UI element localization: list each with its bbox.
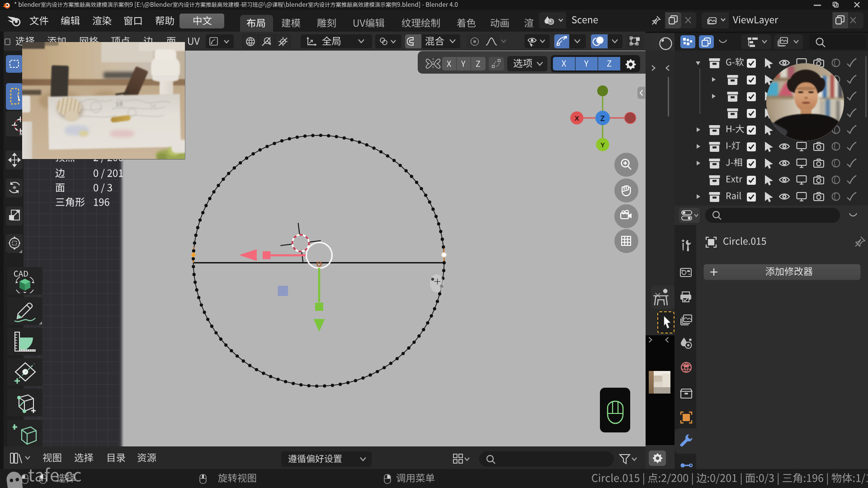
svg-text:Z: Z xyxy=(600,115,605,122)
svg-text:X: X xyxy=(575,114,579,122)
svg-text:Y: Y xyxy=(600,141,605,149)
